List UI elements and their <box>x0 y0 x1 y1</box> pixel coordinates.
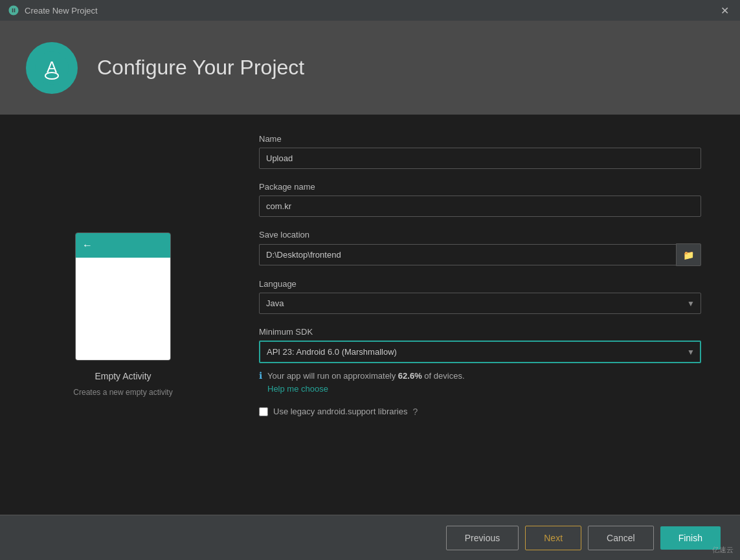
sdk-select-wrapper: API 23: Android 6.0 (Marshmallow) API 21… <box>259 341 701 363</box>
legacy-support-label[interactable]: Use legacy android.support libraries <box>273 407 407 416</box>
sdk-percent: 62.6% <box>398 371 422 381</box>
minimum-sdk-field-group: Minimum SDK API 23: Android 6.0 (Marshma… <box>259 327 701 394</box>
browse-folder-button[interactable]: 📁 <box>676 243 701 266</box>
folder-icon: 📁 <box>683 250 694 260</box>
activity-name: Empty Activity <box>95 371 151 381</box>
minimum-sdk-select[interactable]: API 23: Android 6.0 (Marshmallow) API 21… <box>259 341 701 363</box>
watermark-text: 亿速云 <box>712 545 734 555</box>
title-bar: Create New Project ✕ <box>0 0 740 21</box>
logo-icon: A <box>26 42 78 94</box>
help-me-choose-link[interactable]: Help me choose <box>267 384 465 394</box>
right-panel: Name Package name Save location 📁 Langua… <box>246 115 740 515</box>
package-name-label: Package name <box>259 182 701 192</box>
phone-preview-header: ← <box>76 233 170 258</box>
save-location-field-group: Save location 📁 <box>259 230 701 266</box>
minimum-sdk-label: Minimum SDK <box>259 327 701 337</box>
next-button[interactable]: Next <box>525 526 581 550</box>
save-location-input[interactable] <box>259 244 676 265</box>
close-button[interactable]: ✕ <box>717 3 732 18</box>
activity-description: Creates a new empty activity <box>73 388 172 397</box>
sdk-info-prefix: Your app will run on approximately <box>267 371 398 381</box>
sdk-info-text: Your app will run on approximately 62.6%… <box>267 371 465 381</box>
page-header: A Configure Your Project <box>0 21 740 115</box>
title-bar-left: Create New Project <box>8 5 98 16</box>
legacy-support-checkbox[interactable] <box>259 407 268 416</box>
sdk-info-text-block: Your app will run on approximately 62.6%… <box>267 370 465 394</box>
sdk-info-row: ℹ Your app will run on approximately 62.… <box>259 370 701 394</box>
phone-preview-body <box>76 258 170 360</box>
name-input[interactable] <box>259 148 701 169</box>
package-name-field-group: Package name <box>259 182 701 217</box>
language-field-group: Language Java Kotlin ▼ <box>259 279 701 314</box>
watermark: 亿速云 <box>712 545 734 555</box>
language-select-wrapper: Java Kotlin ▼ <box>259 293 701 314</box>
name-field-group: Name <box>259 134 701 169</box>
previous-button[interactable]: Previous <box>446 526 519 550</box>
main-content: ← Empty Activity Creates a new empty act… <box>0 115 740 515</box>
android-studio-icon <box>8 5 19 16</box>
language-select[interactable]: Java Kotlin <box>259 293 701 314</box>
phone-preview: ← <box>75 232 171 361</box>
info-icon: ℹ <box>259 370 262 381</box>
cancel-button[interactable]: Cancel <box>588 526 654 550</box>
footer: Previous Next Cancel Finish <box>0 515 740 560</box>
page-title: Configure Your Project <box>97 56 304 80</box>
legacy-support-help-icon[interactable]: ? <box>412 407 418 417</box>
package-name-input[interactable] <box>259 196 701 217</box>
back-arrow-icon: ← <box>82 240 93 251</box>
finish-button[interactable]: Finish <box>660 526 721 550</box>
name-label: Name <box>259 134 701 144</box>
save-location-input-row: 📁 <box>259 243 701 266</box>
sdk-info-suffix: of devices. <box>422 371 465 381</box>
left-panel: ← Empty Activity Creates a new empty act… <box>0 115 246 515</box>
title-bar-title: Create New Project <box>25 6 98 16</box>
legacy-support-row: Use legacy android.support libraries ? <box>259 407 701 417</box>
save-location-label: Save location <box>259 230 701 240</box>
language-label: Language <box>259 279 701 289</box>
